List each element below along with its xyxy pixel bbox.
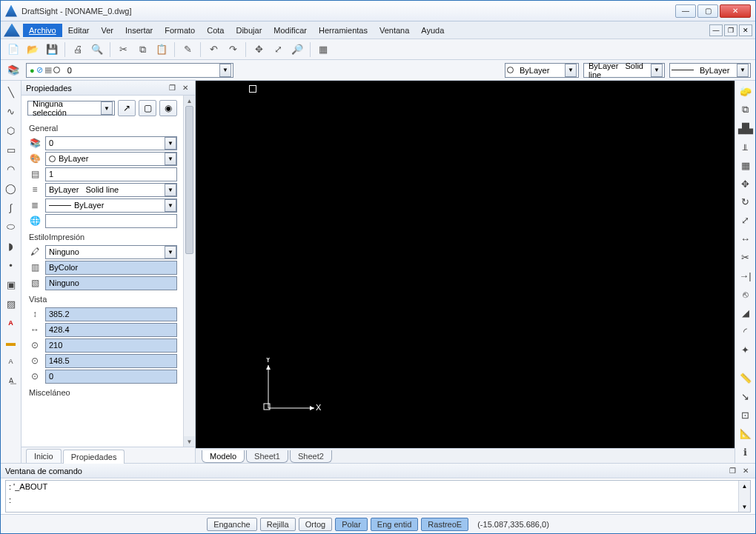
- menu-ayuda[interactable]: Ayuda: [415, 24, 450, 37]
- tab-inicio[interactable]: Inicio: [26, 449, 62, 463]
- rotate-tool[interactable]: ↻: [737, 195, 754, 210]
- scroll-up-icon[interactable]: ▲: [184, 96, 195, 106]
- scale-tool[interactable]: ⤢: [737, 213, 754, 228]
- circle-tool[interactable]: ◯: [3, 180, 19, 196]
- pan-button[interactable]: ✥: [251, 41, 267, 58]
- menu-archivo[interactable]: Archivo: [23, 24, 62, 37]
- mirror-tool[interactable]: ▟▙: [737, 121, 754, 136]
- stretch-tool[interactable]: ↔: [737, 231, 754, 247]
- ellipse-tool[interactable]: ⬭: [3, 218, 19, 235]
- options-button[interactable]: ▦: [315, 41, 331, 58]
- region-tool[interactable]: ▬: [3, 334, 19, 350]
- menu-editar[interactable]: Editar: [62, 24, 96, 37]
- print-preview-button[interactable]: 🔍: [89, 41, 105, 58]
- dimension-tool[interactable]: 📏: [737, 370, 754, 386]
- properties-scrollbar[interactable]: ▲ ▼: [183, 96, 195, 447]
- copy-button[interactable]: ⧉: [134, 41, 150, 58]
- dropdown-arrow-icon[interactable]: ▼: [219, 64, 231, 77]
- line-tool[interactable]: ╲: [3, 84, 19, 100]
- mdi-close-button[interactable]: ✕: [739, 24, 752, 36]
- menu-insertar[interactable]: Insertar: [119, 24, 159, 37]
- offset-tool[interactable]: ⫫: [737, 139, 754, 155]
- polar-toggle[interactable]: Polar: [335, 518, 368, 531]
- menu-dibujar[interactable]: Dibujar: [230, 24, 268, 37]
- match-props-button[interactable]: ✎: [179, 41, 196, 58]
- layer-dropdown[interactable]: ●⊘▦ 0 ▼: [26, 63, 233, 78]
- esnap-toggle[interactable]: Eng entid: [371, 518, 418, 531]
- selection-dropdown[interactable]: Ninguna selección ▼: [27, 101, 115, 116]
- scroll-down-icon[interactable]: ▼: [184, 436, 195, 447]
- text-tool[interactable]: A: [3, 315, 19, 331]
- menu-cota[interactable]: Cota: [201, 24, 230, 37]
- dropdown-arrow-icon[interactable]: ▼: [651, 64, 663, 77]
- drawing-canvas[interactable]: X Y: [196, 81, 735, 448]
- print-button[interactable]: 🖨: [70, 41, 86, 58]
- prop-lineweight[interactable]: ByLayer▼: [45, 198, 177, 213]
- command-scrollbar[interactable]: ▲ ▼: [738, 481, 750, 512]
- close-button[interactable]: ✕: [720, 4, 751, 18]
- copy-tool[interactable]: ⧉: [737, 102, 754, 118]
- undo-button[interactable]: ↶: [205, 41, 222, 58]
- inquiry-tool[interactable]: ℹ: [737, 444, 754, 460]
- tolerance-tool[interactable]: ⊡: [737, 407, 754, 423]
- paste-button[interactable]: 📋: [153, 41, 170, 58]
- quick-select-button[interactable]: ↗: [118, 100, 136, 116]
- panel-dock-button[interactable]: ❐: [727, 466, 737, 476]
- polygon-tool[interactable]: ⬡: [3, 122, 19, 138]
- chamfer-tool[interactable]: ◢: [737, 305, 754, 321]
- prop-linetype[interactable]: ByLayer Solid line▼: [45, 183, 177, 197]
- point-tool[interactable]: •: [3, 257, 19, 273]
- mdi-restore-button[interactable]: ❐: [724, 24, 737, 36]
- linetype-dropdown[interactable]: ByLayer Solid line ▼: [583, 63, 665, 78]
- tab-sheet2[interactable]: Sheet2: [290, 450, 332, 463]
- hatch-tool[interactable]: ▨: [3, 296, 19, 312]
- ortho-toggle[interactable]: Ortog: [299, 518, 333, 531]
- spline-tool[interactable]: ∫: [3, 199, 19, 216]
- dropdown-arrow-icon[interactable]: ▼: [565, 64, 577, 77]
- trim-tool[interactable]: ✂: [737, 250, 754, 265]
- tab-propiedades[interactable]: Propiedades: [63, 450, 125, 464]
- explode-tool[interactable]: ✦: [737, 342, 754, 358]
- measure-tool[interactable]: 📐: [737, 426, 754, 441]
- prop-hyperlink[interactable]: [45, 214, 177, 228]
- new-button[interactable]: 📄: [5, 41, 21, 58]
- array-tool[interactable]: ▦: [737, 158, 754, 173]
- erase-tool[interactable]: 🧽: [737, 84, 754, 99]
- menu-modificar[interactable]: Modificar: [268, 24, 313, 37]
- mtext-tool[interactable]: A: [3, 353, 19, 370]
- prop-scale[interactable]: 1: [45, 167, 177, 181]
- layer-manager-button[interactable]: 📚: [5, 62, 21, 79]
- tab-modelo[interactable]: Modelo: [202, 450, 245, 463]
- cut-button[interactable]: ✂: [115, 41, 131, 58]
- panel-close-button[interactable]: ✕: [740, 466, 751, 476]
- minimize-button[interactable]: —: [675, 4, 696, 18]
- break-tool[interactable]: ⎋: [737, 287, 754, 302]
- tab-sheet1[interactable]: Sheet1: [246, 450, 288, 463]
- arc-tool[interactable]: ◠: [3, 161, 19, 177]
- zoom-window-button[interactable]: 🔎: [289, 41, 305, 58]
- menu-ver[interactable]: Ver: [95, 24, 119, 37]
- ellipse-arc-tool[interactable]: ◗: [3, 238, 19, 254]
- extend-tool[interactable]: →|: [737, 268, 754, 284]
- note-tool[interactable]: A͟: [3, 373, 19, 389]
- scroll-up-icon[interactable]: ▲: [739, 481, 750, 491]
- block-tool[interactable]: ▣: [3, 276, 19, 293]
- polyline-tool[interactable]: ∿: [3, 103, 19, 119]
- scroll-thumb[interactable]: [185, 106, 193, 254]
- dropdown-arrow-icon[interactable]: ▼: [737, 64, 749, 77]
- redo-button[interactable]: ↷: [225, 41, 241, 58]
- command-input[interactable]: : '_ABOUT : ▲ ▼: [5, 480, 751, 513]
- lineweight-dropdown[interactable]: ByLayer ▼: [669, 63, 751, 78]
- panel-close-button[interactable]: ✕: [180, 83, 190, 93]
- leader-tool[interactable]: ↘: [737, 389, 754, 404]
- grid-toggle[interactable]: Rejilla: [260, 518, 296, 531]
- menu-formato[interactable]: Formato: [159, 24, 201, 37]
- fillet-tool[interactable]: ◜: [737, 324, 754, 339]
- scroll-down-icon[interactable]: ▼: [739, 501, 750, 512]
- rectangle-tool[interactable]: ▭: [3, 141, 19, 158]
- toggle-pickadd-button[interactable]: ◉: [159, 100, 177, 116]
- mdi-minimize-button[interactable]: —: [709, 24, 723, 36]
- prop-plotstyle[interactable]: Ninguno▼: [45, 245, 177, 259]
- menu-ventana[interactable]: Ventana: [374, 24, 415, 37]
- zoom-extents-button[interactable]: ⤢: [270, 41, 286, 58]
